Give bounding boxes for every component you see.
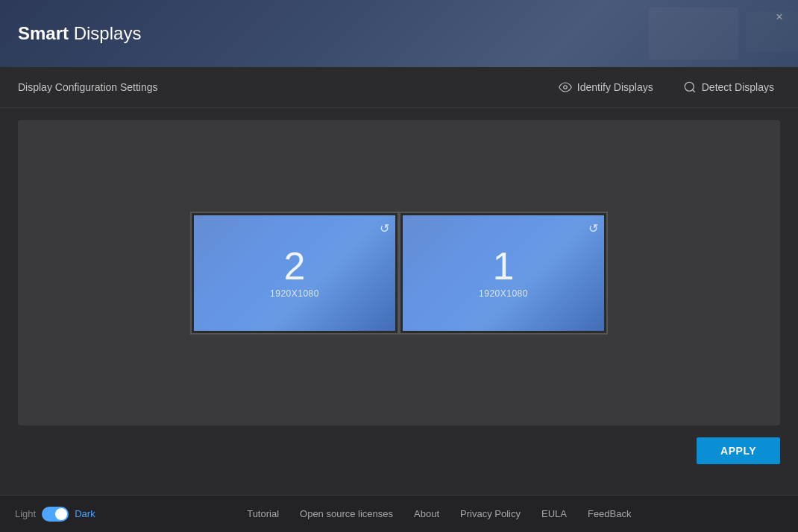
identify-label: Identify Displays xyxy=(577,81,653,93)
theme-toggle-track[interactable] xyxy=(42,507,69,522)
footer-link-tutorial[interactable]: Tutorial xyxy=(247,508,279,519)
footer-link-privacy[interactable]: Privacy Policy xyxy=(460,508,521,519)
theme-light-label: Light xyxy=(15,508,36,519)
footer-link-about[interactable]: About xyxy=(414,508,439,519)
monitor-1[interactable]: ↺ 1 1920X1080 xyxy=(403,215,604,331)
monitor-2[interactable]: ↺ 2 1920X1080 xyxy=(194,215,395,331)
detect-displays-button[interactable]: Detect Displays xyxy=(677,77,780,97)
footer-link-feedback[interactable]: FeedBack xyxy=(588,508,632,519)
monitor-2-number: 2 xyxy=(284,247,306,285)
detect-label: Detect Displays xyxy=(702,81,774,93)
svg-line-2 xyxy=(692,89,694,92)
monitor-2-resolution: 1920X1080 xyxy=(270,288,319,299)
toolbar-actions: Identify Displays Detect Displays xyxy=(553,77,780,97)
footer-link-opensource[interactable]: Open source licenses xyxy=(300,508,393,519)
footer-link-eula[interactable]: EULA xyxy=(541,508,567,519)
rotate-icon-2: ↺ xyxy=(380,221,389,235)
theme-dark-label: Dark xyxy=(75,508,95,519)
footer: Light Dark Tutorial Open source licenses… xyxy=(0,495,798,532)
app-header: Smart Displays × xyxy=(0,0,798,67)
display-canvas: ↺ 2 1920X1080 ↺ 1 1920X1080 xyxy=(18,120,780,425)
svg-point-1 xyxy=(685,82,694,91)
identify-displays-button[interactable]: Identify Displays xyxy=(553,77,659,97)
apply-area: APPLY xyxy=(0,437,798,475)
monitor-1-resolution: 1920X1080 xyxy=(479,288,528,299)
displays-container: ↺ 2 1920X1080 ↺ 1 1920X1080 xyxy=(190,212,608,335)
rotate-icon-1: ↺ xyxy=(588,221,598,235)
svg-point-0 xyxy=(564,86,568,89)
close-button[interactable]: × xyxy=(771,9,788,25)
app-title-bold: Smart xyxy=(18,23,69,43)
apply-button[interactable]: APPLY xyxy=(697,437,780,464)
monitor-2-wrapper[interactable]: ↺ 2 1920X1080 xyxy=(190,212,399,335)
section-title: Display Configuration Settings xyxy=(18,81,158,93)
eye-icon xyxy=(559,80,572,94)
app-title-rest: Displays xyxy=(69,23,141,43)
theme-toggle-thumb xyxy=(55,508,67,520)
monitor-1-wrapper[interactable]: ↺ 1 1920X1080 xyxy=(399,212,608,335)
footer-links: Tutorial Open source licenses About Priv… xyxy=(247,508,631,519)
theme-toggle[interactable]: Light Dark xyxy=(15,507,95,522)
app-title: Smart Displays xyxy=(18,23,141,44)
search-icon xyxy=(683,80,697,94)
toolbar: Display Configuration Settings Identify … xyxy=(0,67,798,108)
monitor-1-number: 1 xyxy=(493,247,515,285)
